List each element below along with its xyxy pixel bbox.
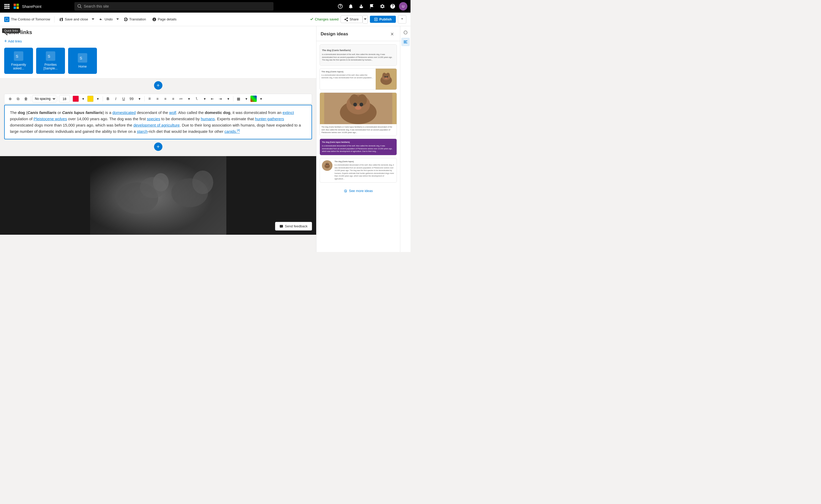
design-card-3[interactable]: The dog (Canis familiaris or Canis lupus… [320, 92, 397, 136]
colors-dropdown[interactable]: ▾ [257, 95, 265, 102]
wolf-link[interactable]: wolf [169, 110, 176, 115]
link-card-0[interactable]: S Frequently asked... [4, 48, 33, 74]
font-size-input[interactable] [59, 95, 70, 102]
link-card-icon-2: S [78, 53, 87, 63]
link-cards-container: S Frequently asked... S Priorities [Samp… [4, 48, 312, 74]
divider [31, 96, 31, 101]
starch-link[interactable]: starch [137, 129, 147, 134]
app-launcher-button[interactable] [3, 3, 10, 10]
move-icon[interactable]: ⊕ [7, 95, 14, 102]
svg-point-16 [153, 173, 169, 191]
delete-icon[interactable]: 🗑 [22, 95, 30, 102]
extinct-link[interactable]: extinct [283, 110, 294, 115]
table-dropdown[interactable]: ▾ [243, 95, 250, 102]
app-name-label: SharePoint [22, 4, 41, 9]
hunter-gatherers-link[interactable]: hunter-gatherers [255, 117, 284, 121]
share-dropdown[interactable] [363, 15, 368, 24]
pleistocene-link[interactable]: Pleistocene wolves [34, 117, 67, 121]
people-icon[interactable] [357, 2, 365, 10]
add-section-button-2[interactable]: + [154, 143, 162, 151]
bold-button[interactable]: B [104, 95, 112, 102]
numbered-dropdown[interactable]: ▾ [201, 95, 208, 102]
translation-button[interactable]: Translation [121, 16, 149, 23]
svg-rect-3 [4, 6, 6, 7]
design-panel-close-button[interactable] [388, 30, 396, 38]
align-center[interactable]: ≡ [154, 95, 161, 102]
species-link[interactable]: species [147, 117, 160, 121]
search-input[interactable] [84, 4, 270, 8]
search-bar [74, 2, 273, 10]
undo-button[interactable]: Undo [96, 16, 115, 23]
flag-icon[interactable] [368, 2, 376, 10]
settings-icon[interactable] [378, 2, 386, 10]
editor-area: Quick links Quick links + Add links S Fr… [0, 26, 316, 252]
justify[interactable]: ≡ [169, 95, 177, 102]
notification-icon[interactable] [347, 2, 355, 10]
text-content-editable[interactable]: The dog (Canis familiaris or Canis lupus… [5, 105, 311, 139]
spacing-dropdown[interactable]: ▾ [225, 95, 232, 102]
color-dropdown[interactable]: ▾ [79, 95, 87, 102]
side-icon-2[interactable] [401, 38, 410, 46]
add-section-button-1[interactable]: + [154, 81, 162, 90]
indent-increase[interactable]: ⇥ [217, 95, 224, 102]
bullet-list[interactable]: ≔ [177, 95, 185, 102]
align-right[interactable]: ≡ [162, 95, 169, 102]
collapse-panel-button[interactable] [398, 15, 406, 24]
development-link[interactable]: development of agriculture [133, 123, 180, 127]
design-card-5[interactable]: The dog (Canis lupus) is a domesticated … [320, 158, 397, 183]
link-card-icon-0: S [14, 51, 23, 61]
user-avatar[interactable]: U [399, 2, 407, 10]
svg-rect-0 [4, 4, 6, 5]
svg-text:S: S [16, 54, 18, 58]
page-details-button[interactable]: Page details [150, 16, 179, 23]
add-links-button[interactable]: + Add links [4, 39, 312, 44]
undo-dropdown[interactable] [115, 16, 120, 23]
underline-button[interactable]: U [120, 95, 127, 102]
bullet-dropdown[interactable]: ▾ [185, 95, 193, 102]
link-card-1[interactable]: S Priorities [Sample... [36, 48, 65, 74]
table-button[interactable]: ▦ [235, 95, 242, 102]
align-left[interactable]: ≡ [146, 95, 153, 102]
indent-decrease[interactable]: ⇤ [209, 95, 216, 102]
link-card-2[interactable]: S Home [68, 48, 97, 74]
save-close-button[interactable]: Save and close [57, 16, 91, 23]
text-content-block[interactable]: The dog (Canis familiaris or Canis lupus… [4, 105, 312, 139]
canis-lupus: Canis lupus familiaris [62, 110, 103, 115]
send-feedback-button[interactable]: Send feedback [275, 222, 312, 231]
design-card-2[interactable]: The dog (Canis lupus) is a domesticated … [320, 68, 397, 90]
humans-link[interactable]: humans [201, 117, 215, 121]
svg-point-33 [360, 103, 363, 106]
more-text-format[interactable]: 99 [128, 95, 135, 102]
style-select[interactable]: No spacing [32, 95, 56, 102]
side-icon-1[interactable] [401, 28, 410, 37]
svg-rect-8 [8, 8, 9, 9]
domesticated-link[interactable]: domesticated [112, 110, 136, 115]
svg-point-38 [326, 164, 327, 165]
italic-button[interactable]: I [112, 95, 119, 102]
see-more-button[interactable]: See more ideas [320, 186, 397, 195]
svg-point-32 [353, 103, 357, 106]
copy-icon[interactable]: ⧉ [14, 95, 22, 102]
canids-link[interactable]: canids.[4] [225, 129, 240, 134]
highlight-dropdown[interactable]: ▾ [94, 95, 101, 102]
share-button[interactable]: Share [341, 15, 363, 23]
divider [103, 96, 103, 101]
save-close-dropdown[interactable] [91, 16, 95, 23]
main-layout: Quick links Quick links + Add links S Fr… [0, 26, 411, 252]
link-card-label-2: Home [78, 65, 87, 68]
numbered-list[interactable]: ⒈ [193, 95, 200, 102]
font-color-picker[interactable] [73, 96, 79, 102]
page-name: The Contoso of Tomorrow [4, 17, 50, 22]
help-icon[interactable] [336, 2, 344, 10]
design-card-1[interactable]: The dog (Canis familiaris) is a domestic… [320, 44, 397, 66]
design-card-4[interactable]: The dog (Canis lupus familiaris) is a do… [320, 139, 397, 155]
publish-button[interactable]: Publish [370, 16, 396, 23]
text-format-dropdown[interactable]: ▾ [136, 95, 143, 102]
question-icon[interactable] [388, 2, 397, 10]
bold-text: dog [18, 110, 25, 115]
design-panel-title: Design ideas [321, 31, 348, 37]
theme-colors[interactable] [250, 96, 257, 102]
design-panel-body: The dog (Canis familiaris) is a domestic… [316, 41, 400, 252]
highlight-color-picker[interactable] [87, 96, 94, 102]
design-card-4-preview: The dog (Canis lupus familiaris) is a do… [320, 139, 397, 155]
